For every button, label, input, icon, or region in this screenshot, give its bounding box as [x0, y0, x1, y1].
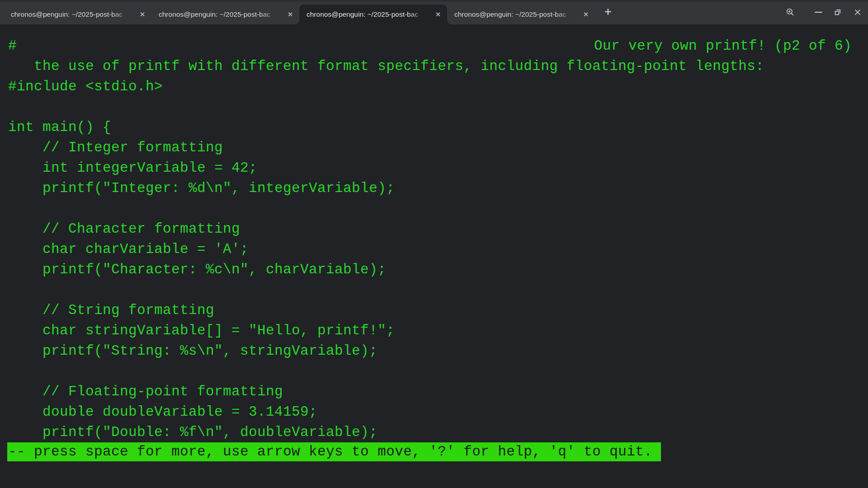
terminal-window: chronos@penguin: ~/2025-post-bac ✕ chron… — [0, 0, 868, 24]
zoom-button[interactable] — [785, 7, 795, 17]
terminal-line: int integerVariable = 42; — [8, 158, 868, 178]
terminal-line: int main() { — [8, 117, 868, 137]
tab-close-icon[interactable]: ✕ — [433, 9, 443, 20]
tab-terminal-1[interactable]: chronos@penguin: ~/2025-post-bac ✕ — [4, 5, 151, 24]
pager-status-row: -- press space for more, use arrow keys … — [8, 442, 868, 463]
tab-list: chronos@penguin: ~/2025-post-bac ✕ chron… — [4, 5, 595, 24]
close-icon — [854, 9, 861, 16]
tab-title: chronos@penguin: ~/2025-post-bac — [11, 10, 137, 19]
tab-close-icon[interactable]: ✕ — [137, 9, 148, 20]
terminal-line: char stringVariable[] = "Hello, printf!"… — [8, 320, 868, 341]
tab-title: chronos@penguin: ~/2025-post-bac — [159, 10, 285, 19]
terminal-line: // Character formatting — [8, 219, 868, 239]
tab-close-icon[interactable]: ✕ — [580, 9, 591, 20]
terminal-line: // Floating-point formatting — [8, 381, 868, 402]
tab-terminal-2[interactable]: chronos@penguin: ~/2025-post-bac ✕ — [151, 5, 299, 24]
new-tab-button[interactable]: + — [601, 5, 615, 19]
tab-terminal-4[interactable]: chronos@penguin: ~/2025-post-bac ✕ — [447, 5, 595, 24]
terminal-line — [8, 97, 868, 117]
terminal-line: printf("String: %s\n", stringVariable); — [8, 341, 868, 361]
terminal-line: // Integer formatting — [8, 137, 868, 158]
terminal-screen[interactable]: # Our very own printf! (p2 of 6) the use… — [0, 24, 868, 488]
pager-header-left: # — [8, 36, 17, 56]
magnifier-icon — [786, 8, 795, 17]
terminal-line: char charVariable = 'A'; — [8, 239, 868, 259]
pager-header-row: # Our very own printf! (p2 of 6) — [8, 36, 868, 56]
terminal-line: printf("Character: %c\n", charVariable); — [8, 259, 868, 280]
terminal-line — [8, 198, 868, 219]
terminal-line: printf("Double: %f\n", doubleVariable); — [8, 422, 868, 442]
tab-terminal-3-active[interactable]: chronos@penguin: ~/2025-post-bac ✕ — [299, 5, 447, 24]
terminal-line: the use of printf with different format … — [8, 56, 868, 76]
close-button[interactable] — [853, 7, 863, 17]
tab-strip: chronos@penguin: ~/2025-post-bac ✕ chron… — [0, 0, 868, 24]
pager-header-right: Our very own printf! (p2 of 6) — [594, 36, 868, 56]
tab-title: chronos@penguin: ~/2025-post-bac — [307, 10, 433, 19]
terminal-line: #include <stdio.h> — [8, 76, 868, 97]
restore-button[interactable] — [833, 7, 843, 17]
tab-title: chronos@penguin: ~/2025-post-bac — [454, 10, 580, 19]
restore-icon — [834, 8, 842, 16]
pager-status-bar: -- press space for more, use arrow keys … — [7, 442, 661, 461]
terminal-line: printf("Integer: %d\n", integerVariable)… — [8, 178, 868, 198]
terminal-line — [8, 361, 868, 381]
tab-close-icon[interactable]: ✕ — [285, 9, 296, 20]
terminal-line — [8, 280, 868, 300]
minimize-icon — [815, 12, 822, 13]
minimize-button[interactable] — [813, 7, 823, 17]
terminal-line: // String formatting — [8, 300, 868, 320]
terminal-line: double doubleVariable = 3.14159; — [8, 402, 868, 422]
